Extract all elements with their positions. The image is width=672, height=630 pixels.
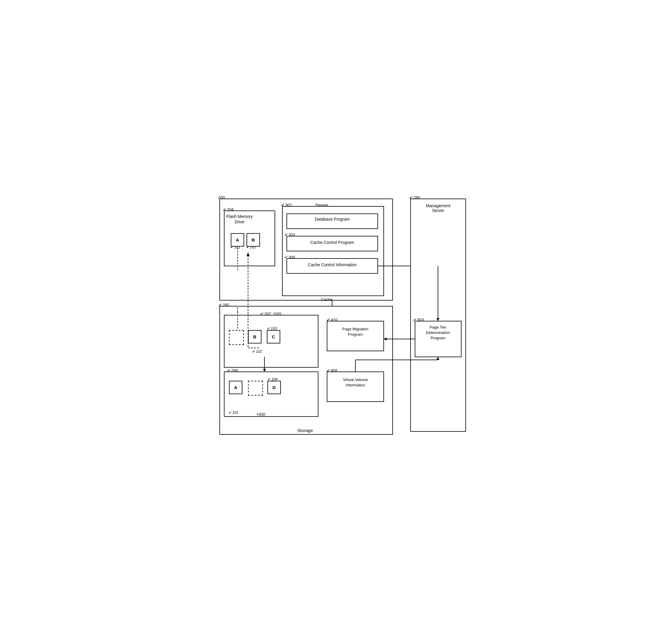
page-B-ssd: B [248,330,262,343]
svg-marker-22 [436,357,439,360]
svg-marker-25 [246,252,249,256]
virtual-volume-label: Virtual VolumeInformation [329,377,382,388]
cache-label: Cache [321,297,332,302]
svg-marker-31 [263,369,266,372]
ref-304: ✔ 304 [284,255,295,259]
ssd-label: SSD [273,312,282,316]
page-tier-label: Page TierDeterminationProgram [416,325,460,341]
ref-260: ✔ 260 [218,302,229,307]
page-A-hdd: A [229,381,242,394]
connections-svg [202,187,470,443]
ref-101b: ✔ 101 [229,411,238,415]
page-B-flash: B [246,233,260,247]
flash-memory-label: Flash MemoryDrive [226,214,253,224]
management-server-label: ManagementServer [413,203,463,213]
ref-200: 200 [218,195,225,200]
ref-267: ✔ 267 [260,312,271,316]
ref-405: ✔ 405 [327,368,337,373]
svg-rect-6 [220,306,393,434]
cache-control-info-label: Cache Control Information [291,262,373,267]
page-empty-hdd [248,381,263,396]
cache-control-program-label: Cache Control Program [291,240,373,245]
ref-302: ✔ 302 [281,203,292,207]
svg-marker-18 [384,338,387,340]
page-A-flash: A [231,233,244,247]
diagram-container: 200 ✔ 302 ✔ 204 ✔ 260 ✔ 280 Server Flash… [202,187,470,443]
page-C-ssd: C [267,330,280,343]
page-D-hdd: D [267,381,281,394]
server-label: Server [315,202,328,208]
hdd-label: HDD [257,412,265,416]
ref-503: ✔ 503 [413,317,424,322]
ref-268: ✔ 268 [227,368,238,373]
storage-label: Storage [297,428,313,433]
page-empty-ssd [229,330,244,345]
ref-280: ✔ 280 [409,195,420,200]
page-migration-label: Page MigrationProgram [329,326,382,337]
ref-410: ✔ 410 [327,317,337,322]
ref-204: ✔ 204 [223,207,234,212]
ref-303: ✔ 303 [284,233,295,237]
svg-rect-11 [410,199,466,431]
database-program-label: Database Program [291,217,373,221]
ref-102b: ✔ 102 [252,349,262,354]
svg-marker-16 [436,318,439,321]
